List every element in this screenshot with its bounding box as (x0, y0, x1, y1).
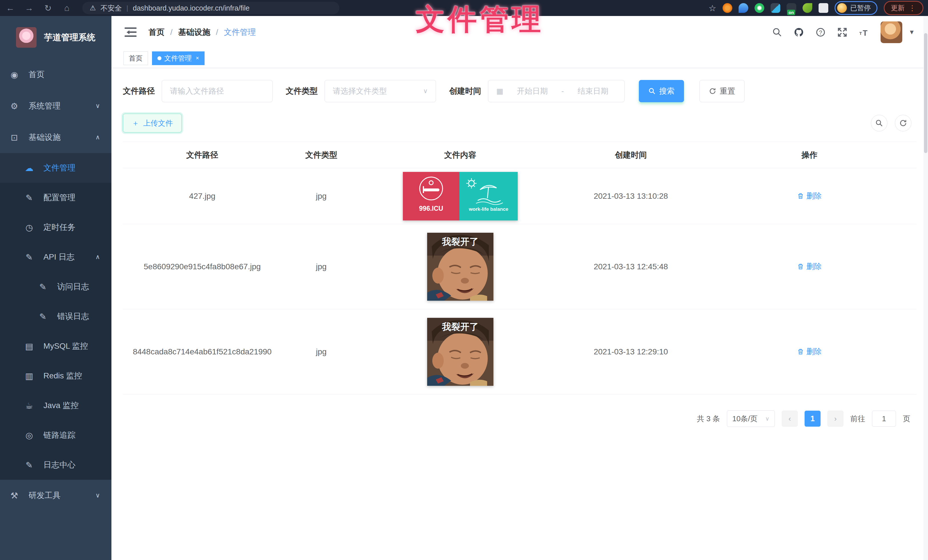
refresh-table-button[interactable] (895, 115, 911, 131)
toggle-search-button[interactable] (871, 115, 887, 131)
calendar-icon: ▦ (496, 87, 504, 96)
sidebar-item-log-center[interactable]: ✎ 日志中心 (0, 450, 111, 480)
goto-label: 前往 (850, 414, 865, 424)
page-1-button[interactable]: 1 (804, 411, 821, 427)
delete-label: 删除 (806, 346, 822, 357)
sidebar-item-java[interactable]: ☕ Java 监控 (0, 391, 111, 420)
page-unit-label: 页 (903, 414, 910, 424)
sidebar-item-infra[interactable]: ⊡ 基础设施 ∧ (0, 122, 111, 153)
user-menu-caret-icon[interactable]: ▼ (908, 29, 915, 36)
sidebar-item-label: 访问日志 (57, 281, 89, 292)
app-title: 芋道管理系统 (44, 32, 95, 43)
extensions-puzzle-icon[interactable] (818, 3, 828, 13)
close-icon[interactable]: × (196, 55, 199, 61)
sidebar-item-access-log[interactable]: ✎ 访问日志 (0, 272, 111, 301)
file-type-select[interactable]: 请选择文件类型 ∨ (325, 80, 436, 102)
browser-forward-icon[interactable]: → (23, 3, 35, 13)
refresh-icon (709, 87, 716, 95)
sidebar-item-mysql[interactable]: ▤ MySQL 监控 (0, 331, 111, 361)
extension-icon[interactable] (723, 3, 732, 13)
page-size-select[interactable]: 10条/页 ∨ (727, 410, 775, 427)
date-range-picker[interactable]: ▦ 开始日期 - 结束日期 (488, 80, 624, 102)
collapse-sidebar-icon[interactable] (125, 27, 137, 37)
sidebar-item-redis[interactable]: ▥ Redis 监控 (0, 361, 111, 391)
plus-icon: ＋ (132, 118, 139, 128)
url-text[interactable]: dashboard.yudao.iocoder.cn/infra/file (133, 4, 250, 12)
file-path-placeholder: 请输入文件路径 (170, 86, 224, 96)
sidebar-item-dev-tools[interactable]: ⚒ 研发工具 ∨ (0, 480, 111, 511)
scrollbar-thumb[interactable] (924, 33, 927, 153)
file-path-label: 文件路径 (123, 86, 155, 96)
profile-paused-chip[interactable]: 已暂停 (835, 1, 878, 15)
delete-link[interactable]: 删除 (797, 191, 822, 201)
reset-button-label: 重置 (720, 86, 735, 96)
column-header: 文件路径 (123, 150, 282, 160)
fullscreen-icon[interactable] (837, 27, 847, 37)
infrastructure-icon: ⊡ (8, 132, 21, 143)
browser-reload-icon[interactable]: ↻ (42, 3, 54, 13)
file-preview-crying-baby-meme[interactable] (427, 318, 493, 386)
cloud-upload-icon: ☁ (23, 163, 35, 173)
goto-page-input[interactable] (872, 411, 896, 427)
next-page-button[interactable]: › (827, 411, 843, 427)
gear-icon: ⚙ (8, 101, 21, 111)
sidebar-item-cron[interactable]: ◷ 定时任务 (0, 213, 111, 242)
extension-icon[interactable] (803, 3, 812, 13)
column-header: 操作 (702, 150, 917, 160)
search-icon[interactable] (772, 27, 782, 37)
reset-button[interactable]: 重置 (699, 80, 745, 102)
extension-icon[interactable]: on (786, 3, 796, 13)
created-time-cell: 2021-03-13 13:10:28 (559, 192, 702, 201)
log-icon: ✎ (23, 252, 35, 262)
user-avatar[interactable] (881, 21, 902, 43)
delete-link[interactable]: 删除 (797, 261, 822, 272)
dashboard-icon: ◉ (8, 70, 21, 80)
update-label: 更新 (891, 3, 905, 12)
extension-icon[interactable] (755, 3, 764, 13)
font-size-icon[interactable]: TT (859, 27, 869, 37)
total-count: 共 3 条 (697, 414, 720, 424)
sidebar-item-home[interactable]: ◉ 首页 (0, 59, 111, 90)
address-bar[interactable]: ⚠ 不安全 | dashboard.yudao.iocoder.cn/infra… (82, 2, 339, 14)
breadcrumb-infra[interactable]: 基础设施 (178, 27, 210, 38)
table-row: 5e8609290e915c4fa8b08e67.jpg jpg 2021-03… (123, 224, 917, 309)
sidebar-item-error-log[interactable]: ✎ 错误日志 (0, 301, 111, 331)
security-label[interactable]: 不安全 (101, 3, 122, 13)
browser-home-icon[interactable]: ⌂ (61, 3, 73, 13)
database-icon: ▤ (23, 341, 35, 351)
extension-icon[interactable] (771, 3, 780, 13)
sidebar-item-label: API 日志 (43, 251, 75, 262)
bookmark-star-icon[interactable]: ☆ (708, 3, 716, 13)
sidebar-item-config[interactable]: ✎ 配置管理 (0, 183, 111, 213)
chevron-down-icon: ∨ (95, 102, 100, 110)
end-date-placeholder[interactable]: 结束日期 (570, 86, 616, 96)
browser-menu-icon[interactable]: ⋮ (908, 4, 916, 12)
log-center-icon: ✎ (23, 460, 35, 470)
search-form: 文件路径 请输入文件路径 文件类型 请选择文件类型 ∨ 创建时间 ▦ 开始日期 … (123, 80, 917, 102)
extension-icon[interactable] (739, 3, 748, 13)
app-logo-row[interactable]: 芋道管理系统 (0, 16, 111, 59)
sidebar-item-file-management[interactable]: ☁ 文件管理 (0, 153, 111, 183)
scrollbar-track[interactable] (923, 16, 928, 560)
svg-text:T: T (863, 29, 868, 37)
breadcrumb-home[interactable]: 首页 (148, 27, 165, 38)
prev-page-button[interactable]: ‹ (782, 411, 798, 427)
github-icon[interactable] (794, 27, 804, 37)
sidebar-item-label: 基础设施 (29, 132, 61, 143)
file-path-input[interactable]: 请输入文件路径 (162, 80, 273, 102)
tag-home[interactable]: 首页 (124, 52, 148, 65)
sidebar-item-tracing[interactable]: ◎ 链路追踪 (0, 420, 111, 450)
sidebar-item-api-log[interactable]: ✎ API 日志 ∧ (0, 242, 111, 272)
browser-back-icon[interactable]: ← (5, 3, 16, 13)
search-button[interactable]: 搜索 (639, 80, 684, 102)
help-icon[interactable]: ? (815, 27, 826, 37)
update-button[interactable]: 更新 ⋮ (884, 1, 923, 15)
start-date-placeholder[interactable]: 开始日期 (509, 86, 556, 96)
file-path-cell: 8448cada8c714e4ab61f521c8da21990 (123, 347, 282, 356)
file-preview-996icu-banner[interactable]: 996.ICU work- (403, 172, 518, 221)
tag-file-management[interactable]: 文件管理 × (152, 52, 205, 65)
sidebar-item-system[interactable]: ⚙ 系统管理 ∨ (0, 90, 111, 122)
file-preview-crying-baby-meme[interactable] (427, 233, 493, 301)
delete-link[interactable]: 删除 (797, 346, 822, 357)
upload-file-button[interactable]: ＋ 上传文件 (123, 114, 182, 132)
